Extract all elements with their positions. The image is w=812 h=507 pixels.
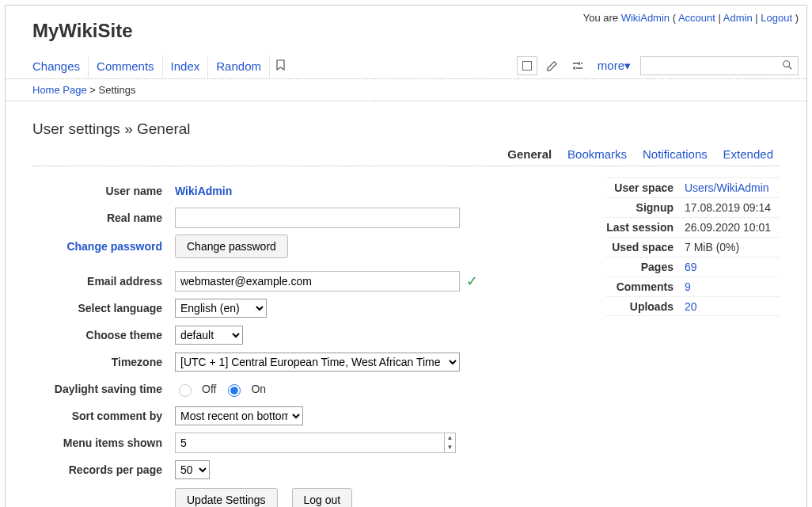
user-prefix: You are — [583, 12, 621, 24]
tab-bookmarks[interactable]: Bookmarks — [567, 147, 627, 161]
label-records: Records per page — [32, 463, 175, 476]
stats-uploads-value[interactable]: 20 — [685, 300, 697, 313]
content-area: User settings » General General Bookmark… — [6, 101, 806, 507]
dst-on-label: On — [251, 383, 266, 395]
menu-items-input[interactable] — [175, 433, 456, 453]
top-nav: Changes Comments Index Random more▾ — [6, 53, 806, 79]
form-area: User name WikiAdmin Real name Change pas… — [32, 181, 780, 507]
records-select[interactable]: 50 — [175, 460, 210, 479]
stats-usedspace-label: Used space — [605, 241, 685, 254]
view-mode-button[interactable] — [517, 56, 537, 75]
header: You are WikiAdmin ( Account | Admin | Lo… — [6, 6, 806, 42]
update-settings-button[interactable]: Update Settings — [175, 488, 278, 507]
value-username[interactable]: WikiAdmin — [175, 185, 232, 197]
dst-on-radio[interactable] — [228, 384, 241, 397]
breadcrumb-current: Settings — [98, 84, 135, 96]
stats-comments-value[interactable]: 9 — [685, 280, 691, 293]
stats-user-space-label: User space — [605, 181, 685, 194]
label-sort-comment: Sort comment by — [32, 410, 175, 422]
nav-changes[interactable]: Changes — [32, 55, 89, 78]
search-input[interactable] — [644, 59, 780, 73]
label-change-password[interactable]: Change password — [32, 240, 175, 253]
language-select[interactable]: English (en) — [175, 299, 267, 318]
label-timezone: Timezone — [32, 356, 175, 368]
edit-icon[interactable] — [542, 56, 563, 75]
admin-link[interactable]: Admin — [723, 12, 753, 24]
more-dropdown[interactable]: more▾ — [593, 59, 636, 73]
search-box — [640, 56, 799, 75]
email-verified-icon: ✓ — [466, 273, 478, 290]
stats-uploads-label: Uploads — [605, 300, 685, 313]
label-menu-items: Menu items shown — [32, 436, 175, 449]
dst-off-label: Off — [202, 383, 216, 395]
real-name-input[interactable] — [175, 208, 460, 228]
nav-index[interactable]: Index — [163, 55, 209, 78]
dst-off-radio[interactable] — [179, 384, 192, 397]
email-input[interactable] — [175, 271, 460, 292]
search-icon[interactable] — [780, 59, 795, 73]
label-username: User name — [32, 185, 175, 197]
stats-comments-label: Comments — [605, 280, 685, 293]
stats-usedspace-value: 7 MiB (0%) — [685, 241, 780, 254]
breadcrumb: Home Page > Settings — [6, 79, 806, 101]
breadcrumb-home[interactable]: Home Page — [32, 84, 87, 96]
stats-pages-label: Pages — [605, 261, 685, 273]
app-window: You are WikiAdmin ( Account | Admin | Lo… — [5, 5, 807, 507]
stats-lastsession-value: 26.09.2020 10:01 — [685, 221, 780, 234]
stats-user-space-value[interactable]: Users/WikiAdmin — [685, 181, 769, 194]
sort-comment-select[interactable]: Most recent on bottom — [175, 406, 303, 425]
svg-point-0 — [784, 60, 790, 67]
page-title: User settings » General — [32, 120, 780, 138]
tab-general[interactable]: General — [507, 147, 552, 161]
svg-line-1 — [789, 66, 792, 69]
stats-signup-label: Signup — [605, 201, 685, 214]
menu-items-stepper[interactable]: ▲▼ — [444, 433, 455, 452]
nav-comments[interactable]: Comments — [89, 55, 163, 78]
tab-notifications[interactable]: Notifications — [643, 147, 708, 161]
user-stats: User spaceUsers/WikiAdmin Signup17.08.20… — [605, 177, 780, 507]
label-realname: Real name — [32, 212, 175, 224]
settings-icon[interactable] — [567, 56, 588, 75]
settings-form: User name WikiAdmin Real name Change pas… — [32, 181, 491, 507]
change-password-button[interactable]: Change password — [175, 234, 288, 258]
logout-button[interactable]: Log out — [292, 488, 353, 507]
label-dst: Daylight saving time — [32, 383, 175, 395]
logout-link[interactable]: Logout — [761, 12, 792, 24]
bookmark-icon[interactable] — [270, 56, 291, 76]
nav-random[interactable]: Random — [208, 55, 270, 78]
user-info-bar: You are WikiAdmin ( Account | Admin | Lo… — [583, 12, 799, 24]
settings-tabs: General Bookmarks Notifications Extended — [32, 147, 780, 166]
timezone-select[interactable]: [UTC + 1] Central European Time, West Af… — [175, 353, 460, 372]
stats-lastsession-label: Last session — [605, 221, 685, 234]
label-email: Email address — [32, 275, 175, 288]
theme-select[interactable]: default — [175, 326, 243, 345]
account-link[interactable]: Account — [678, 12, 715, 24]
tab-extended[interactable]: Extended — [723, 147, 773, 161]
stats-pages-value[interactable]: 69 — [685, 261, 697, 273]
right-tools: more▾ — [512, 53, 803, 78]
label-theme: Choose theme — [32, 329, 175, 341]
stats-signup-value: 17.08.2019 09:14 — [685, 201, 780, 214]
user-link[interactable]: WikiAdmin — [621, 12, 670, 24]
label-language: Select language — [32, 302, 175, 314]
